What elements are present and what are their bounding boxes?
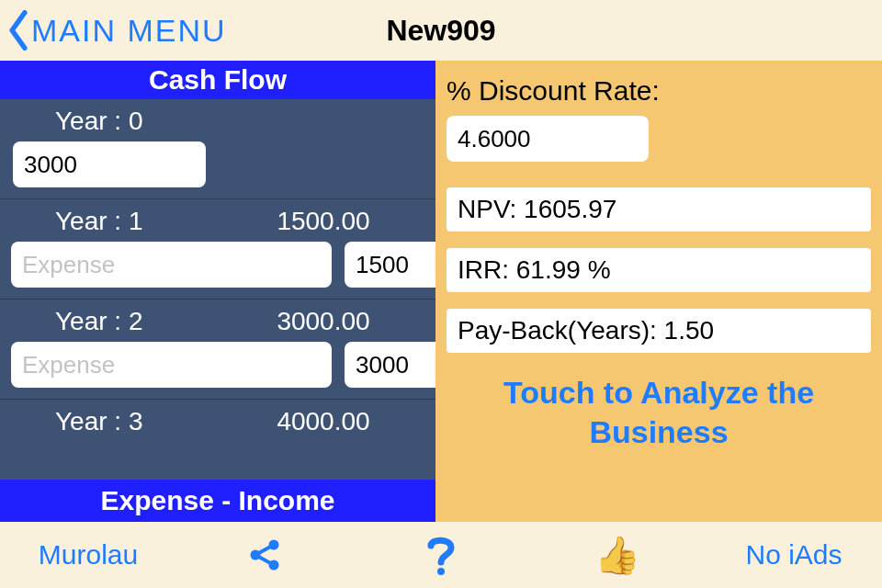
year-block-0: Year : 0 (0, 99, 435, 198)
year-block-2: Year : 2 3000.00 (0, 299, 435, 399)
discount-rate-label: % Discount Rate: (447, 75, 871, 107)
year-block-3: Year : 3 4000.00 (0, 399, 435, 447)
year1-income-input[interactable] (345, 242, 435, 288)
cashflow-list[interactable]: Year : 0 Year : 1 1500.00 Year : 2 (0, 99, 435, 480)
year-total: 1500.00 (222, 207, 424, 236)
share-icon (244, 535, 285, 575)
cashflow-panel: Cash Flow Year : 0 Year : 1 1500.00 (0, 61, 435, 522)
year-label: Year : 1 (11, 207, 222, 236)
year1-expense-input[interactable] (11, 242, 332, 288)
year2-expense-input[interactable] (11, 342, 332, 388)
cashflow-footer: Expense - Income (0, 480, 435, 522)
brand-button[interactable]: Murolau (33, 539, 143, 571)
no-iads-button[interactable]: No iAds (739, 539, 849, 571)
svg-point-5 (437, 568, 445, 575)
year-label: Year : 3 (11, 407, 222, 436)
bottom-toolbar: Murolau 👍 No iAds (0, 522, 882, 588)
question-icon (424, 533, 458, 577)
analyze-button[interactable]: Touch to Analyze the Business (447, 373, 871, 451)
cashflow-header: Cash Flow (0, 61, 435, 99)
year-block-1: Year : 1 1500.00 (0, 198, 435, 299)
npv-result: NPV: 1605.97 (447, 187, 871, 232)
chevron-left-icon (6, 10, 31, 51)
results-panel: % Discount Rate: NPV: 1605.97 IRR: 61.99… (435, 61, 882, 522)
year2-income-input[interactable] (345, 342, 435, 388)
payback-result: Pay-Back(Years): 1.50 (447, 309, 871, 353)
back-label: MAIN MENU (31, 13, 227, 49)
svg-line-4 (255, 555, 274, 565)
year-label: Year : 0 (11, 107, 424, 136)
discount-rate-input[interactable] (447, 116, 649, 162)
top-nav: MAIN MENU New909 (0, 0, 882, 61)
year-total: 4000.00 (222, 407, 424, 436)
brand-label: Murolau (39, 539, 138, 571)
year-total: 3000.00 (222, 307, 424, 336)
no-iads-label: No iAds (745, 539, 842, 571)
svg-line-3 (255, 545, 274, 555)
year0-value-input[interactable] (13, 141, 206, 187)
help-button[interactable] (386, 533, 496, 577)
main-area: Cash Flow Year : 0 Year : 1 1500.00 (0, 61, 882, 522)
thumbs-up-icon: 👍 (594, 534, 640, 577)
irr-result: IRR: 61.99 % (447, 248, 871, 292)
year-label: Year : 2 (11, 307, 222, 336)
back-button[interactable]: MAIN MENU (0, 10, 227, 51)
share-button[interactable] (209, 535, 320, 575)
like-button[interactable]: 👍 (562, 534, 673, 577)
page-title: New909 (386, 14, 495, 48)
